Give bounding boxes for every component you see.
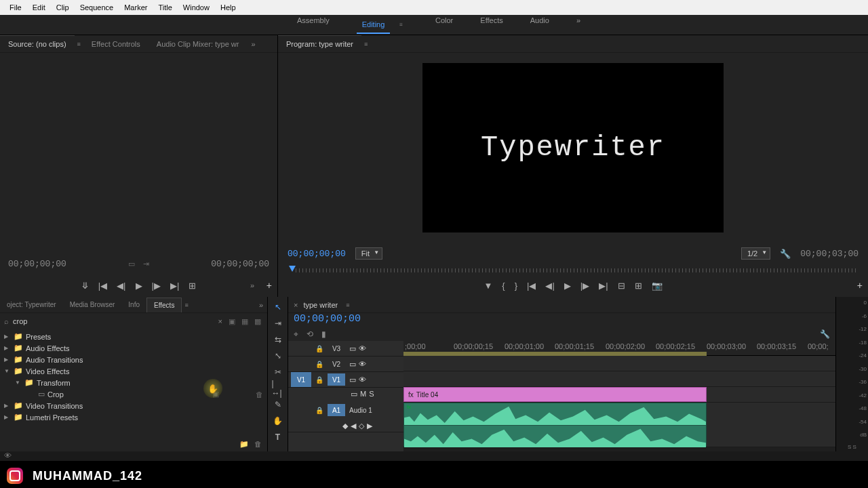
lift-icon[interactable]: ⊟ — [618, 281, 625, 291]
step-back-icon[interactable]: ◀| — [545, 281, 554, 291]
snap-icon[interactable]: ⌖ — [294, 329, 298, 339]
pen-tool-icon[interactable]: ✎ — [272, 399, 284, 411]
goto-out-icon[interactable]: ▶| — [170, 281, 179, 291]
effect-crop[interactable]: ▭Crop▣🗑 — [0, 388, 267, 400]
tab-info[interactable]: Info — [121, 298, 146, 312]
add-marker-icon[interactable]: ▼ — [484, 281, 492, 291]
track-header-v2[interactable]: 🔒V2 ▭👁 — [288, 357, 403, 372]
zoom-select[interactable]: Fit ▼ — [355, 247, 382, 260]
play-icon[interactable]: ▶ — [564, 281, 571, 291]
tab-media-browser[interactable]: Media Browser — [63, 298, 122, 312]
folder-video-transitions[interactable]: ▶📁Video Transitions — [0, 400, 267, 411]
rate-stretch-tool-icon[interactable]: ⤡ — [272, 350, 284, 362]
selection-tool-icon[interactable]: ↖ — [272, 301, 284, 313]
program-monitor[interactable]: Typewriter — [422, 63, 724, 232]
extract-icon[interactable]: ⊞ — [635, 281, 642, 291]
source-ctrl-overflow[interactable]: » — [246, 281, 258, 289]
goto-out-icon[interactable]: ▶| — [599, 281, 608, 291]
playhead-marker-icon[interactable] — [289, 266, 296, 272]
step-fwd-icon[interactable]: |▶ — [580, 281, 589, 291]
close-sequence-icon[interactable]: × — [294, 301, 298, 309]
menu-sequence[interactable]: Sequence — [75, 1, 119, 14]
menu-window[interactable]: Window — [178, 1, 215, 14]
step-back-icon[interactable]: ◀| — [117, 281, 125, 291]
track-v2-lane[interactable] — [403, 371, 835, 387]
track-a1-lane[interactable]: fx — [403, 403, 835, 447]
timeline-timecode[interactable]: 00;00;00;00 — [294, 313, 361, 325]
menu-file[interactable]: File — [4, 1, 27, 14]
tab-menu-icon[interactable]: ≡ — [75, 41, 83, 47]
clear-search-icon[interactable]: × — [218, 317, 222, 325]
track-header-v3[interactable]: 🔒V3 ▭👁 — [288, 341, 403, 357]
track-v1-lane[interactable]: fx Title 04 — [403, 387, 835, 403]
add-button-icon[interactable]: + — [857, 280, 863, 291]
menu-title[interactable]: Title — [153, 1, 177, 14]
tab-audio-mixer[interactable]: Audio Clip Mixer: type wr — [149, 36, 248, 52]
workspace-overflow-icon[interactable]: » — [571, 12, 586, 38]
marker-icon[interactable]: ▮ — [321, 329, 326, 339]
program-timecode[interactable]: 00;00;00;00 — [288, 249, 346, 259]
folder-transform[interactable]: ▼📁Transform — [0, 377, 267, 388]
workspace-assembly[interactable]: Assembly — [292, 12, 335, 38]
mark-out-icon[interactable]: } — [515, 281, 517, 291]
workspace-color[interactable]: Color — [430, 12, 458, 38]
resolution-select[interactable]: 1/2 ▼ — [741, 247, 770, 260]
sequence-tab[interactable]: type writer — [303, 301, 338, 309]
workspace-audio[interactable]: Audio — [525, 12, 555, 38]
folder-audio-effects[interactable]: ▶📁Audio Effects — [0, 342, 267, 354]
folder-lumetri-presets[interactable]: ▶📁Lumetri Presets — [0, 411, 267, 423]
sequence-menu-icon[interactable]: ≡ — [343, 302, 352, 308]
tab-source[interactable]: Source: (no clips) — [0, 35, 75, 52]
yuv-filter-icon[interactable]: ▩ — [252, 317, 263, 325]
ripple-tool-icon[interactable]: ⇆ — [272, 333, 284, 346]
timeline-content[interactable]: ;00;00 00;00;00;15 00;00;01;00 00;00;01;… — [403, 341, 835, 451]
source-tabs-overflow[interactable]: » — [247, 40, 259, 48]
track-select-tool-icon[interactable]: ⇥ — [272, 317, 284, 329]
delete-icon[interactable]: 🗑 — [254, 440, 262, 448]
export-frame-icon[interactable]: 📷 — [652, 281, 663, 291]
tab-effects[interactable]: Effects — [146, 298, 182, 312]
program-tab-menu-icon[interactable]: ≡ — [361, 41, 370, 47]
goto-in-icon[interactable]: |◀ — [527, 281, 536, 291]
32bit-filter-icon[interactable]: ▦ — [239, 317, 250, 325]
settings-icon[interactable]: 🔧 — [820, 329, 830, 339]
timeline-ruler[interactable]: ;00;00 00;00;00;15 00;00;01;00 00;00;01;… — [403, 341, 835, 356]
accelerated-filter-icon[interactable]: ▣ — [226, 317, 237, 325]
slip-tool-icon[interactable]: |↔| — [272, 382, 284, 394]
menu-edit[interactable]: Edit — [27, 1, 51, 14]
new-bin-icon[interactable]: 📁 — [239, 440, 249, 449]
menu-clip[interactable]: Clip — [51, 1, 75, 14]
mark-in-icon[interactable]: ⤋ — [81, 281, 89, 291]
insert-icon[interactable]: ⊞ — [189, 281, 196, 291]
workspace-effects[interactable]: Effects — [475, 12, 508, 38]
program-ruler[interactable] — [288, 264, 859, 274]
track-header-v1[interactable]: V1🔒V1 ▭👁 — [288, 372, 403, 388]
tab-program[interactable]: Program: type writer — [278, 35, 361, 52]
tab-effect-controls[interactable]: Effect Controls — [83, 36, 149, 52]
clip-audio[interactable]: fx — [403, 403, 707, 447]
linked-selection-icon[interactable]: ⟲ — [307, 329, 313, 339]
folder-presets[interactable]: ▶📁Presets — [0, 331, 267, 342]
effects-menu-icon[interactable]: ≡ — [182, 302, 191, 308]
hand-tool-icon[interactable]: ✋ — [272, 415, 284, 427]
track-header-a1[interactable]: ▭MS 🔒A1 Audio 1 ◆◀◇▶ — [288, 388, 403, 432]
tab-project[interactable]: oject: Typewriter — [0, 298, 63, 312]
add-button-icon[interactable]: + — [267, 280, 272, 291]
goto-in-icon[interactable]: |◀ — [98, 281, 107, 291]
track-v3-lane[interactable] — [403, 356, 835, 371]
mark-in-icon[interactable]: { — [502, 281, 505, 291]
type-tool-icon[interactable]: T — [272, 431, 284, 443]
effects-search-input[interactable] — [13, 317, 214, 325]
folder-audio-transitions[interactable]: ▶📁Audio Transitions — [0, 354, 267, 365]
workspace-editing[interactable]: Editing — [357, 16, 391, 34]
menu-help[interactable]: Help — [215, 1, 241, 14]
settings-icon[interactable]: 🔧 — [780, 249, 791, 259]
workspace-menu-icon[interactable]: ≡ — [394, 18, 408, 32]
step-fwd-icon[interactable]: |▶ — [152, 281, 161, 291]
folder-video-effects[interactable]: ▼📁Video Effects — [0, 365, 267, 377]
visibility-icon[interactable]: 👁 — [4, 451, 12, 460]
effects-overflow-icon[interactable]: » — [255, 301, 267, 309]
menu-marker[interactable]: Marker — [119, 1, 153, 14]
razor-tool-icon[interactable]: ✂ — [272, 366, 284, 378]
clip-title-04[interactable]: fx Title 04 — [403, 387, 707, 402]
